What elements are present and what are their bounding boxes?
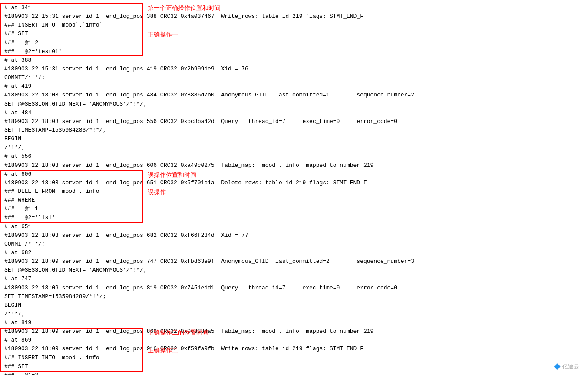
code-line-5: ### @2='test01' xyxy=(4,47,584,56)
main-container: # at 341#180903 22:15:31 server id 1 end… xyxy=(0,0,588,375)
code-line-32: #180903 22:18:09 server id 1 end_log_pos… xyxy=(4,284,584,292)
code-line-41: ### SET xyxy=(4,362,584,371)
code-line-16: /*!*/; xyxy=(4,143,584,152)
code-line-11: SET @@SESSION.GTID_NEXT= 'ANONYMOUS'/*!*… xyxy=(4,100,584,109)
code-line-23: ### @1=1 xyxy=(4,205,584,213)
code-line-3: ### SET xyxy=(4,30,584,38)
code-line-21: ### DELETE FROM mood . info xyxy=(4,187,584,196)
code-line-30: SET @@SESSION.GTID_NEXT= 'ANONYMOUS'/*!*… xyxy=(4,266,584,275)
code-line-2: ### INSERT INTO mood`.`info` xyxy=(4,21,584,30)
code-line-18: #180903 22:18:03 server id 1 end_log_pos… xyxy=(4,161,584,170)
code-line-28: # at 682 xyxy=(4,249,584,257)
code-line-4: ### @1=2 xyxy=(4,39,584,47)
code-line-20: #180903 22:18:03 server id 1 end_log_pos… xyxy=(4,179,584,187)
code-line-10: #180903 22:18:03 server id 1 end_log_pos… xyxy=(4,91,584,100)
code-line-9: # at 419 xyxy=(4,82,584,91)
code-line-40: ### INSERT INTO mood . info xyxy=(4,354,584,362)
code-line-29: #180903 22:18:09 server id 1 end_log_pos… xyxy=(4,257,584,266)
code-line-33: SET TIMESTAMP=1535984289/*!*/; xyxy=(4,292,584,301)
code-line-38: # at 869 xyxy=(4,336,584,345)
code-line-13: #180903 22:18:03 server id 1 end_log_pos… xyxy=(4,117,584,126)
code-line-17: # at 556 xyxy=(4,152,584,161)
code-line-35: /*!*/; xyxy=(4,310,584,319)
code-line-26: #180903 22:18:03 server id 1 end_log_pos… xyxy=(4,231,584,240)
code-block: # at 341#180903 22:15:31 server id 1 end… xyxy=(4,3,584,375)
code-line-39: #180903 22:18:09 server id 1 end_log_pos… xyxy=(4,345,584,353)
code-line-31: # at 747 xyxy=(4,275,584,283)
code-line-25: # at 651 xyxy=(4,222,584,231)
code-line-1: #180903 22:15:31 server id 1 end_log_pos… xyxy=(4,12,584,21)
code-line-6: # at 388 xyxy=(4,56,584,65)
code-line-12: # at 484 xyxy=(4,109,584,117)
code-line-36: # at 819 xyxy=(4,319,584,327)
code-line-27: COMMIT/*!*/; xyxy=(4,240,584,249)
code-line-7: #180903 22:15:31 server id 1 end_log_pos… xyxy=(4,65,584,73)
code-line-24: ### @2='lisi' xyxy=(4,213,584,222)
code-line-8: COMMIT/*!*/; xyxy=(4,73,584,82)
code-line-15: BEGIN xyxy=(4,135,584,143)
code-line-42: ### @1=3 xyxy=(4,371,584,375)
watermark: 🔷 亿速云 xyxy=(554,363,579,371)
code-line-22: ### WHERE xyxy=(4,196,584,205)
code-line-0: # at 341 xyxy=(4,3,584,12)
code-line-19: # at 606 xyxy=(4,170,584,179)
code-line-37: #180903 22:18:09 server id 1 end_log_pos… xyxy=(4,327,584,336)
code-line-34: BEGIN xyxy=(4,301,584,310)
code-line-14: SET TIMESTAMP=1535984283/*!*/; xyxy=(4,126,584,135)
